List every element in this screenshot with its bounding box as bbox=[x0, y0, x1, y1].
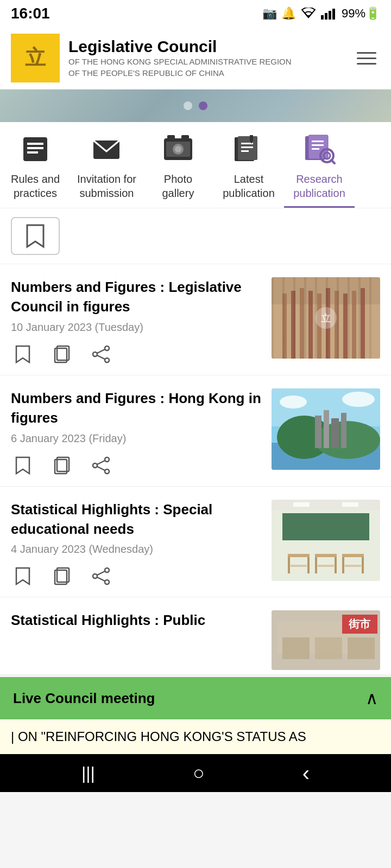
signal-icon bbox=[321, 8, 337, 20]
svg-rect-69 bbox=[341, 413, 346, 448]
article-title[interactable]: Statistical Highlights : Special educati… bbox=[11, 500, 263, 539]
svg-point-71 bbox=[342, 392, 375, 407]
copy-icon bbox=[53, 345, 71, 363]
table-row: Numbers and Figures : Legislative Counci… bbox=[0, 264, 391, 375]
svg-rect-8 bbox=[27, 143, 43, 145]
table-row: Numbers and Figures : Hong Kong in figur… bbox=[0, 375, 391, 487]
live-meeting-bar[interactable]: Live Council meeting ∧ bbox=[0, 677, 391, 719]
article-thumbnail[interactable]: 街市 bbox=[272, 610, 380, 670]
svg-point-56 bbox=[105, 457, 109, 462]
back-icon[interactable]: ‹ bbox=[302, 761, 310, 786]
article-date: 6 January 2023 (Friday) bbox=[11, 432, 263, 445]
bookmark-icon bbox=[24, 222, 46, 250]
article-title[interactable]: Numbers and Figures : Hong Kong in figur… bbox=[11, 388, 263, 428]
research-icon bbox=[302, 132, 337, 167]
svg-rect-46 bbox=[317, 293, 321, 359]
copy-button[interactable] bbox=[50, 342, 74, 366]
bookmark-button[interactable] bbox=[11, 342, 35, 366]
tab-rules[interactable]: Rules andpractices bbox=[0, 122, 71, 208]
carousel-dot-2[interactable] bbox=[199, 101, 207, 110]
app-logo[interactable]: 立 bbox=[11, 34, 60, 82]
article-content: Statistical Highlights : Special educati… bbox=[11, 500, 272, 589]
bookmark-filter bbox=[0, 208, 391, 264]
latest-icon bbox=[231, 132, 266, 167]
svg-rect-51 bbox=[361, 288, 365, 359]
article-thumbnail[interactable]: 立 bbox=[272, 277, 380, 359]
tab-research[interactable]: Researchpublication bbox=[284, 122, 355, 208]
svg-rect-23 bbox=[250, 135, 253, 141]
menu-button[interactable] bbox=[353, 44, 380, 72]
bookmark-button[interactable] bbox=[11, 454, 35, 477]
article-content: Numbers and Figures : Hong Kong in figur… bbox=[11, 388, 272, 477]
share-button[interactable] bbox=[89, 564, 113, 588]
bookmark-button[interactable] bbox=[11, 564, 35, 588]
share-button[interactable] bbox=[89, 454, 113, 477]
rules-icon bbox=[18, 132, 53, 167]
svg-rect-13 bbox=[167, 135, 175, 139]
svg-rect-84 bbox=[282, 513, 369, 540]
tab-invitation[interactable]: Invitation forsubmission bbox=[71, 122, 143, 208]
recent-apps-icon[interactable]: ||| bbox=[81, 763, 95, 783]
svg-text:立: 立 bbox=[25, 46, 46, 69]
carousel-dots bbox=[184, 101, 207, 110]
status-icons: 📷 🔔 99%🔋 bbox=[262, 7, 380, 21]
bookmark-icon bbox=[15, 344, 31, 364]
copy-button[interactable] bbox=[50, 454, 74, 477]
article-title[interactable]: Statistical Highlights : Public bbox=[11, 610, 263, 630]
share-icon bbox=[92, 567, 110, 585]
home-icon[interactable]: ○ bbox=[193, 762, 205, 784]
svg-rect-48 bbox=[335, 291, 339, 359]
svg-rect-89 bbox=[315, 557, 317, 573]
article-thumbnail[interactable] bbox=[272, 500, 380, 581]
tab-latest[interactable]: Latestpublication bbox=[213, 122, 284, 208]
ticker-text: | ON "REINFORCING HONG KONG'S STATUS AS bbox=[11, 729, 306, 744]
status-bar: 16:01 📷 🔔 99%🔋 bbox=[0, 0, 391, 27]
tab-photo-label: Photogallery bbox=[162, 172, 194, 200]
svg-line-32 bbox=[331, 160, 335, 163]
svg-rect-91 bbox=[342, 554, 364, 557]
svg-text:立: 立 bbox=[321, 312, 331, 324]
svg-rect-27 bbox=[312, 141, 324, 142]
hamburger-line bbox=[357, 63, 376, 65]
share-icon bbox=[92, 456, 110, 475]
copy-button[interactable] bbox=[50, 564, 74, 588]
svg-rect-26 bbox=[308, 135, 328, 159]
share-button[interactable] bbox=[89, 342, 113, 366]
wifi-icon bbox=[300, 8, 317, 20]
svg-rect-103 bbox=[315, 637, 342, 659]
svg-rect-50 bbox=[352, 291, 356, 359]
svg-rect-3 bbox=[332, 9, 335, 20]
bookmark-icon bbox=[15, 456, 31, 475]
svg-point-76 bbox=[105, 580, 109, 584]
notification-icon: 🔔 bbox=[281, 7, 296, 21]
svg-line-38 bbox=[97, 349, 105, 353]
status-time: 16:01 bbox=[11, 5, 50, 22]
header-subtitle-line2: OF THE PEOPLE'S REPUBLIC OF CHINA bbox=[68, 67, 344, 79]
article-thumbnail[interactable] bbox=[272, 388, 380, 470]
svg-rect-86 bbox=[288, 557, 290, 573]
svg-rect-22 bbox=[241, 150, 249, 152]
svg-text:街市: 街市 bbox=[348, 618, 371, 630]
tab-photo[interactable]: Photogallery bbox=[143, 122, 213, 208]
svg-point-35 bbox=[105, 346, 109, 350]
svg-rect-81 bbox=[293, 502, 310, 507]
article-content: Statistical Highlights : Public bbox=[11, 610, 272, 634]
svg-line-77 bbox=[97, 571, 105, 575]
live-meeting-label: Live Council meeting bbox=[13, 690, 155, 707]
article-title[interactable]: Numbers and Figures : Legislative Counci… bbox=[11, 277, 263, 317]
svg-rect-66 bbox=[315, 416, 321, 448]
thumb-image bbox=[272, 388, 380, 470]
svg-rect-9 bbox=[27, 147, 43, 149]
svg-rect-41 bbox=[272, 277, 380, 304]
thumb-image: 街市 bbox=[272, 610, 380, 670]
svg-point-36 bbox=[93, 352, 97, 356]
share-icon bbox=[92, 345, 110, 363]
tab-latest-label: Latestpublication bbox=[223, 172, 275, 200]
copy-icon bbox=[53, 567, 71, 585]
svg-point-74 bbox=[105, 568, 109, 572]
svg-point-58 bbox=[105, 469, 109, 474]
bookmark-filter-button[interactable] bbox=[11, 217, 60, 255]
svg-rect-28 bbox=[312, 144, 324, 146]
table-row: Statistical Highlights : Special educati… bbox=[0, 487, 391, 598]
carousel-dot-1[interactable] bbox=[184, 101, 192, 110]
